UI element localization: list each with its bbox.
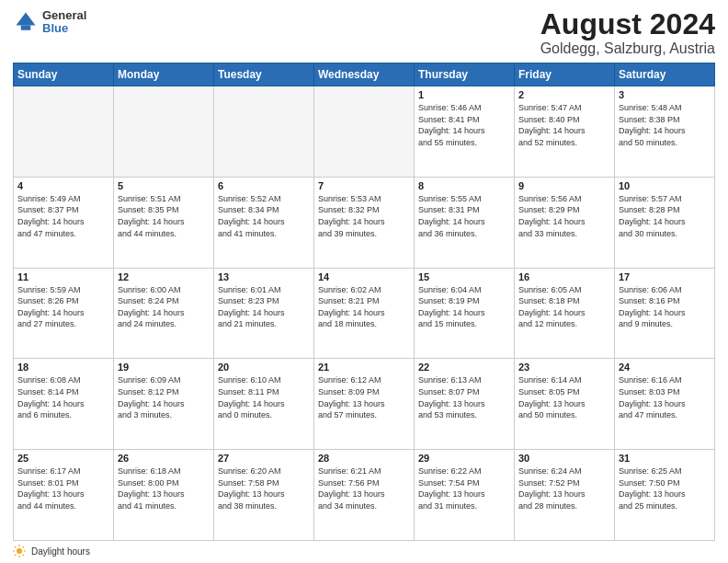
day-number: 29 [418,453,510,464]
svg-rect-1 [21,26,31,30]
calendar-cell: 9Sunrise: 5:56 AM Sunset: 8:29 PM Daylig… [515,177,615,268]
calendar-cell [314,86,415,178]
day-info: Sunrise: 5:49 AM Sunset: 8:37 PM Dayligh… [17,193,109,239]
day-info: Sunrise: 6:20 AM Sunset: 7:58 PM Dayligh… [218,465,310,511]
col-header-thursday: Thursday [415,63,515,86]
day-info: Sunrise: 5:56 AM Sunset: 8:29 PM Dayligh… [518,193,610,239]
day-info: Sunrise: 5:47 AM Sunset: 8:40 PM Dayligh… [518,102,610,148]
day-number: 12 [118,271,210,282]
calendar-table: SundayMondayTuesdayWednesdayThursdayFrid… [13,63,715,541]
page: General Blue August 2024 Goldegg, Salzbu… [0,0,728,563]
day-info: Sunrise: 5:46 AM Sunset: 8:41 PM Dayligh… [418,102,510,148]
calendar-cell: 16Sunrise: 6:05 AM Sunset: 8:18 PM Dayli… [515,268,615,359]
daylight-label: Daylight hours [31,546,90,557]
day-info: Sunrise: 6:17 AM Sunset: 8:01 PM Dayligh… [17,465,109,511]
day-number: 24 [619,362,711,373]
day-number: 7 [318,180,410,191]
day-info: Sunrise: 6:13 AM Sunset: 8:07 PM Dayligh… [418,374,510,420]
week-row-3: 11Sunrise: 5:59 AM Sunset: 8:26 PM Dayli… [14,268,715,359]
svg-line-7 [15,546,16,547]
calendar-cell: 7Sunrise: 5:53 AM Sunset: 8:32 PM Daylig… [314,177,415,268]
col-header-friday: Friday [515,63,615,86]
calendar-location: Goldegg, Salzburg, Austria [540,40,715,57]
col-header-sunday: Sunday [14,63,114,86]
logo-icon [13,9,39,35]
col-header-monday: Monday [114,63,214,86]
svg-line-9 [23,546,24,547]
day-number: 22 [418,362,510,373]
svg-line-10 [15,555,16,556]
day-info: Sunrise: 6:02 AM Sunset: 8:21 PM Dayligh… [318,284,410,330]
calendar-cell: 18Sunrise: 6:08 AM Sunset: 8:14 PM Dayli… [14,359,114,450]
day-number: 18 [17,362,109,373]
calendar-cell: 6Sunrise: 5:52 AM Sunset: 8:34 PM Daylig… [214,177,314,268]
day-info: Sunrise: 6:08 AM Sunset: 8:14 PM Dayligh… [17,374,109,420]
calendar-cell: 4Sunrise: 5:49 AM Sunset: 8:37 PM Daylig… [14,177,114,268]
week-row-1: 1Sunrise: 5:46 AM Sunset: 8:41 PM Daylig… [14,86,715,178]
week-row-2: 4Sunrise: 5:49 AM Sunset: 8:37 PM Daylig… [14,177,715,268]
col-header-wednesday: Wednesday [314,63,415,86]
calendar-cell: 12Sunrise: 6:00 AM Sunset: 8:24 PM Dayli… [114,268,214,359]
day-number: 25 [17,453,109,464]
logo-blue-text: Blue [42,22,86,35]
calendar-cell: 15Sunrise: 6:04 AM Sunset: 8:19 PM Dayli… [415,268,515,359]
day-number: 21 [318,362,410,373]
day-info: Sunrise: 6:06 AM Sunset: 8:16 PM Dayligh… [619,284,711,330]
day-number: 2 [518,89,610,100]
calendar-cell: 17Sunrise: 6:06 AM Sunset: 8:16 PM Dayli… [615,268,715,359]
svg-line-8 [23,555,24,556]
day-info: Sunrise: 6:12 AM Sunset: 8:09 PM Dayligh… [318,374,410,420]
col-header-tuesday: Tuesday [214,63,314,86]
day-number: 16 [518,271,610,282]
calendar-cell: 13Sunrise: 6:01 AM Sunset: 8:23 PM Dayli… [214,268,314,359]
week-row-5: 25Sunrise: 6:17 AM Sunset: 8:01 PM Dayli… [14,450,715,541]
day-info: Sunrise: 6:00 AM Sunset: 8:24 PM Dayligh… [118,284,210,330]
day-info: Sunrise: 6:16 AM Sunset: 8:03 PM Dayligh… [619,374,711,420]
day-number: 17 [619,271,711,282]
calendar-cell: 31Sunrise: 6:25 AM Sunset: 7:50 PM Dayli… [615,450,715,541]
calendar-cell: 27Sunrise: 6:20 AM Sunset: 7:58 PM Dayli… [214,450,314,541]
header: General Blue August 2024 Goldegg, Salzbu… [13,9,715,57]
day-info: Sunrise: 6:05 AM Sunset: 8:18 PM Dayligh… [518,284,610,330]
day-info: Sunrise: 6:21 AM Sunset: 7:56 PM Dayligh… [318,465,410,511]
day-number: 3 [619,89,711,100]
day-number: 23 [518,362,610,373]
calendar-cell: 2Sunrise: 5:47 AM Sunset: 8:40 PM Daylig… [515,86,615,178]
day-number: 13 [218,271,310,282]
calendar-cell [214,86,314,178]
day-info: Sunrise: 6:22 AM Sunset: 7:54 PM Dayligh… [418,465,510,511]
day-number: 11 [17,271,109,282]
calendar-cell: 20Sunrise: 6:10 AM Sunset: 8:11 PM Dayli… [214,359,314,450]
week-row-4: 18Sunrise: 6:08 AM Sunset: 8:14 PM Dayli… [14,359,715,450]
svg-point-2 [17,548,22,554]
svg-marker-0 [17,13,36,26]
logo-general-text: General [42,9,86,22]
day-info: Sunrise: 5:51 AM Sunset: 8:35 PM Dayligh… [118,193,210,239]
day-number: 6 [218,180,310,191]
day-info: Sunrise: 6:14 AM Sunset: 8:05 PM Dayligh… [518,374,610,420]
col-header-saturday: Saturday [615,63,715,86]
day-info: Sunrise: 6:04 AM Sunset: 8:19 PM Dayligh… [418,284,510,330]
day-number: 20 [218,362,310,373]
day-number: 4 [17,180,109,191]
day-number: 9 [518,180,610,191]
day-info: Sunrise: 6:10 AM Sunset: 8:11 PM Dayligh… [218,374,310,420]
calendar-title: August 2024 [540,9,715,39]
calendar-cell: 30Sunrise: 6:24 AM Sunset: 7:52 PM Dayli… [515,450,615,541]
day-number: 30 [518,453,610,464]
day-number: 19 [118,362,210,373]
calendar-cell: 8Sunrise: 5:55 AM Sunset: 8:31 PM Daylig… [415,177,515,268]
sun-icon [13,545,26,557]
day-number: 26 [118,453,210,464]
calendar-cell: 1Sunrise: 5:46 AM Sunset: 8:41 PM Daylig… [415,86,515,178]
day-number: 15 [418,271,510,282]
day-number: 10 [619,180,711,191]
calendar-cell [114,86,214,178]
day-info: Sunrise: 5:53 AM Sunset: 8:32 PM Dayligh… [318,193,410,239]
day-info: Sunrise: 6:01 AM Sunset: 8:23 PM Dayligh… [218,284,310,330]
day-number: 31 [619,453,711,464]
calendar-cell: 5Sunrise: 5:51 AM Sunset: 8:35 PM Daylig… [114,177,214,268]
calendar-cell: 22Sunrise: 6:13 AM Sunset: 8:07 PM Dayli… [415,359,515,450]
day-info: Sunrise: 5:59 AM Sunset: 8:26 PM Dayligh… [17,284,109,330]
calendar-cell: 24Sunrise: 6:16 AM Sunset: 8:03 PM Dayli… [615,359,715,450]
